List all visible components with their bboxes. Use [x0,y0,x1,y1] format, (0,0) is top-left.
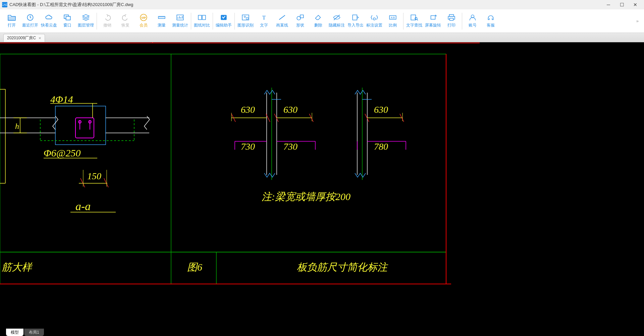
import-export-icon [351,14,360,21]
line-icon [278,14,286,21]
svg-point-19 [373,18,376,20]
compare-button[interactable]: 图纸对比 [193,10,211,32]
toolbar-overflow[interactable]: » [634,18,641,23]
svg-rect-38 [55,106,106,145]
recent-button[interactable]: 最近打开 [21,10,40,32]
user-icon [468,14,477,21]
measure-button[interactable]: 测量 [153,10,171,32]
measure-stats-button[interactable]: 测量统计 [171,10,190,32]
svg-text:T: T [262,15,266,21]
svg-rect-25 [431,16,435,19]
dim-label: h [15,122,19,131]
cloud-button[interactable]: 快看云盘 [40,10,58,32]
shape-rec-button[interactable]: 图形识别 [236,10,255,32]
dim-label: 730 [241,141,255,152]
vip-button[interactable]: VIP 会员 [135,10,153,32]
line-button[interactable]: 画直线 [273,10,291,32]
tab-model[interactable]: 模型 [6,329,23,336]
eraser-icon [314,14,323,21]
dim-label: 780 [374,141,388,152]
svg-rect-28 [450,18,453,20]
svg-line-24 [417,19,418,20]
layers-button[interactable]: 图层管理 [76,10,95,32]
rotate-button[interactable]: 屏幕旋转 [424,10,442,32]
undo-button[interactable]: 撤销 [98,10,116,32]
dim-label: Φ6@250 [44,147,80,159]
redo-button[interactable]: 恢复 [116,10,135,32]
stats-icon [176,14,184,21]
title-right: 板负筋尺寸简化标注 [297,261,388,273]
support-button[interactable]: 客服 [482,10,500,32]
headset-icon [486,14,495,21]
title-bar: CAD CAD快速看图 - D:\工程所需文件\盈通\结构\20201009厂房… [0,0,644,9]
main-toolbar: 打开 最近打开 快看云盘 窗口 图层管理 撤销 恢复 VIP 会员 测量 测量统… [0,9,644,33]
document-tab-label: 20201009厂房C [7,35,36,41]
layout-tab-strip: 模型 布局1 [0,328,644,336]
dim-label: 630 [241,104,255,115]
drawing-note: 注:梁宽或墙厚按200 [262,191,351,202]
app-title: CAD快速看图 - D:\工程所需文件\盈通\结构\20201009厂房C.dw… [9,2,133,8]
shape-button[interactable]: 形状 [291,10,309,32]
app-icon: CAD [2,2,7,7]
shape-rec-icon [241,14,250,21]
document-tab-strip: 20201009厂房C × [0,33,644,42]
svg-rect-18 [353,15,357,20]
close-button[interactable]: ✕ [629,1,642,9]
open-button[interactable]: 打开 [3,10,21,32]
edit-helper-button[interactable]: 编辑助手 [214,10,233,32]
toolbar-separator [97,13,97,30]
toolbar-separator [462,13,462,30]
document-tab[interactable]: 20201009厂房C × [3,34,45,42]
account-button[interactable]: 账号 [464,10,482,32]
import-export-button[interactable]: 导入导出 [346,10,365,32]
figure-number: 图6 [187,261,202,273]
text-icon: T [260,14,268,21]
compare-icon [198,14,206,21]
section-label: a-a [75,200,91,212]
rotate-icon [429,14,437,21]
window-button[interactable]: 窗口 [58,10,76,32]
toolbar-separator [234,13,235,30]
svg-rect-26 [449,14,454,16]
print-icon [447,14,456,21]
eye-off-icon [332,14,341,21]
dim-label: 4Φ14 [50,94,73,105]
window-icon [63,14,72,21]
cad-canvas[interactable]: 4Φ14 Φ6@250 h 150 a-a 6 [0,42,644,328]
tab-layout1[interactable]: 布局1 [24,329,44,336]
ruler-icon [157,14,166,21]
svg-point-11 [244,16,246,17]
undo-icon [103,14,112,21]
hide-ann-button[interactable]: 隐藏标注 [327,10,346,32]
column-section-2: 630 780 [355,88,406,180]
svg-text:A:B: A:B [391,16,395,19]
title-left: 筋大样 [2,261,33,273]
find-text-button[interactable]: 文字查找 [405,10,424,32]
scale-button[interactable]: A:B 比例 [384,10,402,32]
svg-rect-16 [300,15,304,18]
svg-rect-12 [246,17,248,19]
print-button[interactable]: 打印 [442,10,461,32]
minimize-button[interactable]: ─ [602,1,615,9]
edit-helper-icon [219,14,228,21]
vip-icon: VIP [139,14,148,21]
ann-settings-button[interactable]: 标注设置 [365,10,384,32]
toolbar-separator [191,13,191,30]
ann-settings-icon [370,14,379,21]
dim-label: 630 [374,104,388,115]
svg-line-14 [279,15,285,20]
column-section-1: 630 630 730 730 [231,88,315,180]
svg-line-56 [104,178,108,187]
svg-rect-2 [66,16,70,20]
svg-rect-7 [198,15,202,20]
toolbar-separator [403,13,404,30]
maximize-button[interactable]: ☐ [615,1,629,9]
shape-icon [296,14,305,21]
close-tab-icon[interactable]: × [39,36,41,41]
clock-icon [26,14,35,21]
delete-button[interactable]: 删除 [309,10,327,32]
scale-icon: A:B [388,14,397,21]
search-icon [410,14,419,21]
redo-icon [121,14,130,21]
text-button[interactable]: T 文字 [255,10,273,32]
